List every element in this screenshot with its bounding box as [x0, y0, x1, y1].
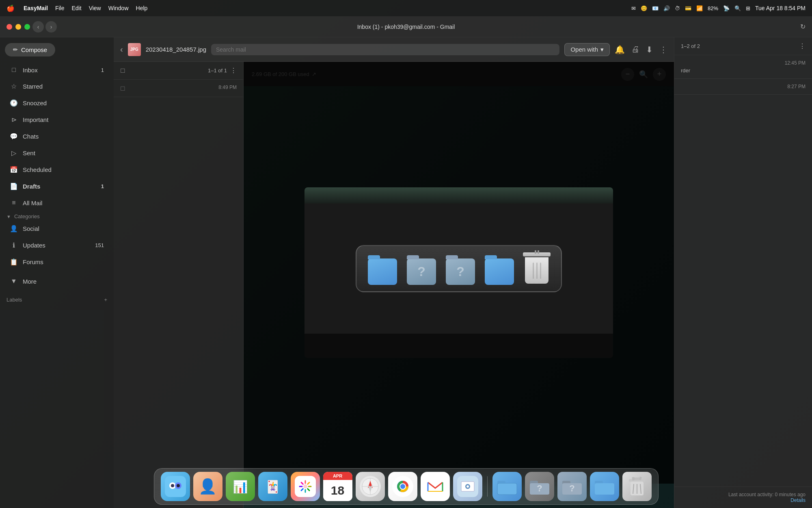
- label-icon: ⊳: [10, 116, 18, 124]
- email-checkbox-icon[interactable]: ☐: [120, 85, 125, 92]
- menubar-wifi2-icon: 📡: [723, 5, 730, 11]
- sidebar-item-scheduled[interactable]: 📅 Scheduled: [3, 162, 110, 178]
- titlebar: ‹ › Inbox (1) - pkoh39@gmail.com - Gmail…: [0, 16, 812, 37]
- sidebar-item-important[interactable]: ⊳ Important: [3, 112, 110, 128]
- menubar-window[interactable]: Window: [108, 5, 129, 11]
- svg-point-24: [400, 484, 405, 489]
- back-nav-button[interactable]: ‹: [32, 21, 44, 33]
- sidebar-item-sent[interactable]: ▷ Sent: [3, 145, 110, 161]
- add-label-button[interactable]: +: [104, 297, 107, 303]
- categories-section[interactable]: ▼ Categories: [0, 211, 114, 220]
- question-mark-1: ?: [417, 264, 425, 279]
- close-button[interactable]: [6, 24, 12, 30]
- list-checkbox-icon[interactable]: ☐: [120, 67, 125, 74]
- chrome-icon: [392, 476, 413, 497]
- sidebar-item-forums[interactable]: 📋 Forums: [3, 254, 110, 270]
- print-button[interactable]: 🖨: [631, 45, 639, 54]
- categories-label: Categories: [14, 213, 40, 219]
- updates-icon: ℹ: [10, 241, 18, 249]
- dock-app-contacts[interactable]: 👤: [193, 472, 222, 501]
- search-input[interactable]: [211, 44, 559, 55]
- sidebar-toolbar: ✏ Compose: [0, 37, 114, 62]
- dock: 👤 📊 🃏: [0, 463, 812, 508]
- dock-app-finder[interactable]: [161, 472, 190, 501]
- email-detail-subject-1: rder: [681, 67, 806, 74]
- back-button[interactable]: ‹: [120, 45, 123, 54]
- maximize-button[interactable]: [24, 24, 30, 30]
- open-with-label: Open with: [570, 46, 598, 53]
- sidebar-item-allmail[interactable]: ≡ All Mail: [3, 195, 110, 211]
- sidebar-item-chats[interactable]: 💬 Chats: [3, 128, 110, 144]
- email-detail-item-2[interactable]: 8:27 PM: [674, 79, 812, 95]
- window-title: Inbox (1) - pkoh39@gmail.com - Gmail: [357, 24, 455, 30]
- filename-label: 20230418_204857.jpg: [146, 46, 206, 53]
- sidebar-more-label: More: [23, 278, 104, 285]
- sidebar-forums-label: Forums: [23, 258, 104, 265]
- dock-app-mariner[interactable]: 📊: [226, 472, 255, 501]
- image-bottom-strip: [304, 334, 613, 358]
- dock-app-photos[interactable]: [291, 472, 320, 501]
- calendar-date: 18: [323, 480, 352, 501]
- viewer-overlay: ? ?: [244, 62, 674, 484]
- dock-app-chrome[interactable]: [388, 472, 417, 501]
- sidebar-item-more[interactable]: ▼ More: [3, 274, 110, 289]
- menubar-control-icon[interactable]: ⊞: [746, 5, 750, 11]
- dock-app-gmail[interactable]: [421, 472, 450, 501]
- dock-app-preview[interactable]: [453, 472, 482, 501]
- svg-text:?: ?: [537, 483, 542, 493]
- sidebar-item-inbox[interactable]: □ Inbox 1: [3, 62, 110, 78]
- download-button[interactable]: ⬇: [646, 45, 653, 54]
- email-detail-item-1[interactable]: 12:45 PM rder: [674, 55, 812, 79]
- clock-icon: 🕐: [10, 99, 18, 107]
- email-list-item[interactable]: ☐ 8:49 PM: [114, 80, 243, 97]
- email-time: 8:49 PM: [218, 85, 237, 90]
- sidebar-item-updates[interactable]: ℹ Updates 151: [3, 237, 110, 253]
- image-viewer: ? ?: [244, 62, 674, 508]
- menubar-search-icon[interactable]: 🔍: [734, 5, 741, 11]
- menubar: 🍎 EasyMail File Edit View Window Help ✉ …: [0, 0, 812, 16]
- open-with-button[interactable]: Open with ▾: [564, 43, 610, 56]
- refresh-icon[interactable]: ↻: [800, 23, 806, 30]
- minimize-button[interactable]: [15, 24, 21, 30]
- sidebar-item-drafts[interactable]: 📄 Drafts 1: [3, 178, 110, 194]
- menubar-datetime: Tue Apr 18 8:54 PM: [755, 5, 806, 11]
- menubar-help[interactable]: Help: [136, 5, 148, 11]
- sidebar-item-social[interactable]: 👤 Social: [3, 221, 110, 237]
- dock-folder-1: [366, 252, 399, 285]
- dock-app-safari[interactable]: [356, 472, 385, 501]
- dock-app-folder2[interactable]: ?: [525, 472, 554, 501]
- email-detail-header: 1–2 of 2 ⋮: [674, 37, 812, 55]
- compose-icon: ✏: [13, 46, 18, 53]
- compose-button[interactable]: ✏ Compose: [5, 43, 55, 56]
- sidebar-item-starred[interactable]: ☆ Starred: [3, 78, 110, 94]
- dock-app-trash[interactable]: [622, 472, 652, 501]
- forward-nav-button[interactable]: ›: [45, 21, 57, 33]
- sidebar-item-snoozed[interactable]: 🕐 Snoozed: [3, 95, 110, 111]
- menubar-edit[interactable]: Edit: [72, 5, 82, 11]
- apple-menu[interactable]: 🍎: [6, 4, 15, 12]
- dock-app-folder1[interactable]: [492, 472, 522, 501]
- sidebar-social-label: Social: [23, 225, 104, 232]
- dock-app-folder4[interactable]: [590, 472, 619, 501]
- menubar-cc-icon: 💳: [685, 5, 691, 11]
- menubar-app-name[interactable]: EasyMail: [24, 5, 48, 11]
- file-type-icon: JPG: [128, 43, 141, 56]
- menubar-file[interactable]: File: [55, 5, 65, 11]
- email-list-header: ☐ 1–1 of 1 ⋮: [114, 62, 243, 80]
- menubar-view[interactable]: View: [89, 5, 101, 11]
- drafts-badge: 1: [96, 183, 104, 189]
- email-list-menu-icon[interactable]: ⋮: [230, 67, 237, 74]
- toolbar-actions: 🔔 🖨 ⬇ ⋮: [615, 45, 667, 54]
- email-nav-count: 1–2 of 2: [681, 43, 700, 49]
- notifications-button[interactable]: 🔔: [615, 45, 625, 54]
- dock-folder-2: [483, 252, 516, 285]
- email-detail-menu-icon[interactable]: ⋮: [799, 42, 806, 50]
- dock-app-calendar[interactable]: APR 18: [323, 472, 352, 501]
- more-options-button[interactable]: ⋮: [659, 45, 667, 54]
- email-detail-time-2: 8:27 PM: [787, 84, 806, 89]
- dock-app-cards[interactable]: 🃏: [258, 472, 287, 501]
- dock-app-folder3[interactable]: ?: [557, 472, 587, 501]
- svg-point-3: [171, 484, 174, 487]
- schedule-icon: 📅: [10, 166, 18, 174]
- folder2-icon: ?: [529, 476, 550, 497]
